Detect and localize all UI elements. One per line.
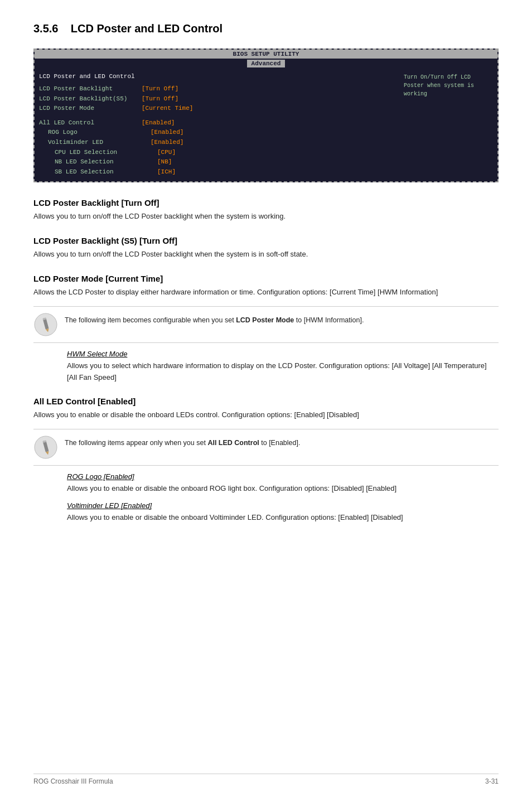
backlight-heading: LCD Poster Backlight [Turn Off] (33, 198, 499, 207)
bios-row-rog-logo: ROG Logo [Enabled] (39, 128, 398, 138)
section-poster-mode: LCD Poster Mode [Current Time] Allows th… (33, 274, 499, 383)
bios-row-backlight: LCD Poster Backlight [Turn Off] (39, 84, 398, 94)
bios-body: LCD Poster and LED Control LCD Poster Ba… (35, 69, 497, 181)
hwm-select-mode-text: Allows you to select which hardware info… (67, 360, 499, 384)
poster-mode-text: Allows the LCD Poster to display either … (33, 287, 499, 298)
bios-row-voltiminder: Voltiminder LED [Enabled] (39, 138, 398, 148)
hwm-select-mode-title: HWM Select Mode (67, 350, 499, 358)
hwm-select-mode-item: HWM Select Mode Allows you to select whi… (67, 350, 499, 384)
poster-mode-heading: LCD Poster Mode [Current Time] (33, 274, 499, 283)
poster-mode-note-text: The following item becomes configurable … (65, 312, 364, 326)
section-backlight: LCD Poster Backlight [Turn Off] Allows y… (33, 198, 499, 223)
backlight-s5-text: Allows you to turn on/off the LCD Poster… (33, 249, 499, 260)
backlight-text: Allows you to turn on/off the LCD Poster… (33, 211, 499, 223)
rog-logo-text: Allows you to enable or disable the onbo… (67, 483, 499, 495)
rog-logo-item: ROG Logo [Enabled] Allows you to enable … (67, 472, 499, 495)
rog-logo-title: ROG Logo [Enabled] (67, 472, 499, 481)
bios-right-panel: Turn On/Turn Off LCD Poster when system … (404, 73, 493, 177)
voltiminder-led-title: Voltiminder LED [Enabled] (67, 501, 499, 510)
bios-header: BIOS SETUP UTILITY (35, 50, 497, 59)
bios-row-cpu-led: CPU LED Selection [CPU] (39, 148, 398, 158)
bios-left-title: LCD Poster and LED Control (39, 73, 398, 80)
footer-product: ROG Crosshair III Formula (33, 777, 113, 785)
all-led-text: Allows you to enable or disable the onbo… (33, 409, 499, 421)
backlight-s5-heading: LCD Poster Backlight (S5) [Turn Off] (33, 236, 499, 245)
note-pencil-icon (33, 312, 58, 337)
all-led-note-text: The following items appear only when you… (65, 435, 300, 448)
section-title: 3.5.6 LCD Poster and LED Control (33, 22, 499, 35)
poster-mode-note: The following item becomes configurable … (33, 306, 499, 343)
page-footer: ROG Crosshair III Formula 3-31 (33, 774, 499, 785)
all-led-note: The following items appear only when you… (33, 429, 499, 466)
all-led-heading: All LED Control [Enabled] (33, 397, 499, 406)
voltiminder-led-text: Allows you to enable or disable the onbo… (67, 512, 499, 524)
bios-row-nb-led: NB LED Selection [NB] (39, 157, 398, 167)
section-all-led: All LED Control [Enabled] Allows you to … (33, 397, 499, 523)
voltiminder-led-item: Voltiminder LED [Enabled] Allows you to … (67, 501, 499, 524)
bios-tab-advanced: Advanced (247, 60, 286, 67)
bios-row-backlight-s5: LCD Poster Backlight(S5) [Turn Off] (39, 94, 398, 104)
bios-left-panel: LCD Poster and LED Control LCD Poster Ba… (39, 73, 398, 177)
all-led-note-pencil-icon (33, 435, 58, 460)
bios-row-sb-led: SB LED Selection [ICH] (39, 167, 398, 177)
section-header: 3.5.6 LCD Poster and LED Control (33, 22, 499, 35)
bios-row-poster-mode: LCD Poster Mode [Current Time] (39, 104, 398, 114)
bios-row-all-led: All LED Control [Enabled] (39, 118, 398, 128)
bios-screenshot: BIOS SETUP UTILITY Advanced LCD Poster a… (33, 49, 499, 182)
bios-tab-row: Advanced (35, 59, 497, 69)
section-backlight-s5: LCD Poster Backlight (S5) [Turn Off] All… (33, 236, 499, 260)
footer-page-number: 3-31 (485, 777, 499, 785)
